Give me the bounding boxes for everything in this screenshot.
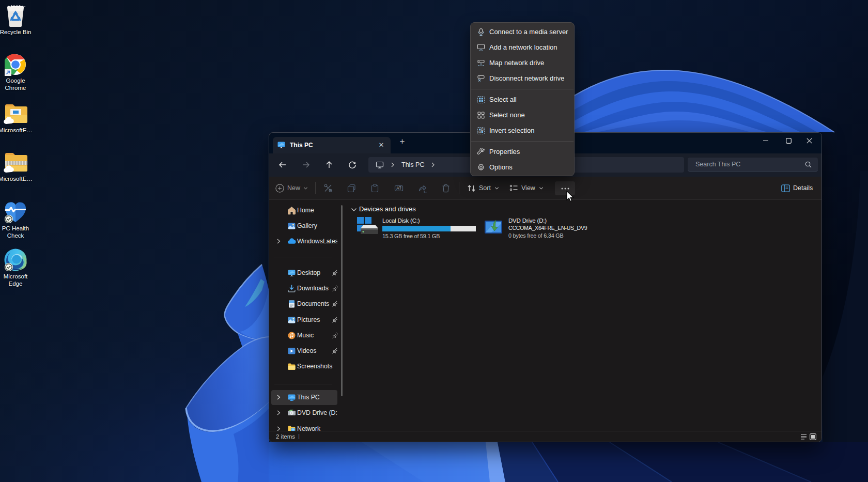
svg-text:A: A (396, 186, 399, 191)
